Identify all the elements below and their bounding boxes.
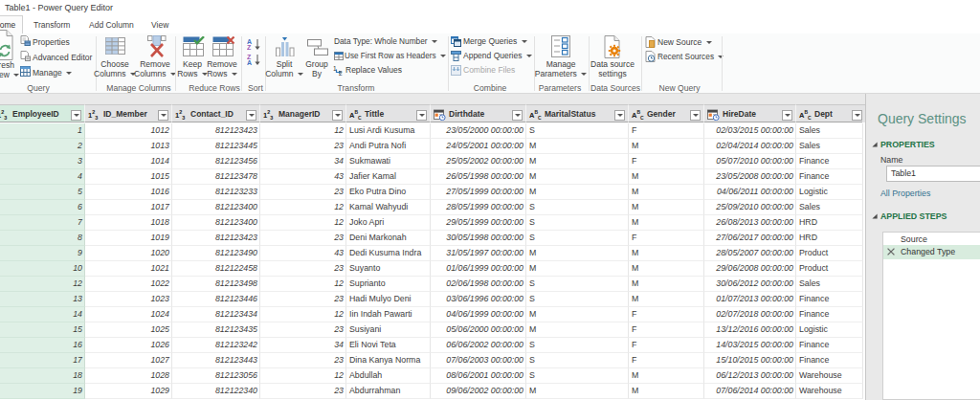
svg-text:2: 2 [339, 70, 343, 76]
svg-text:Z: Z [247, 44, 252, 51]
